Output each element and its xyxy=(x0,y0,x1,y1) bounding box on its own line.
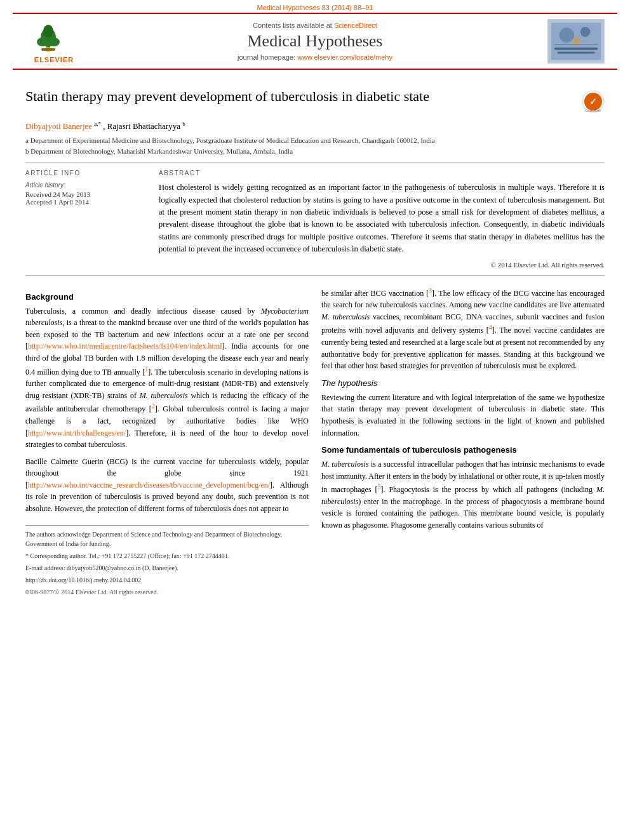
right-para-1: be similar after BCG vaccination [3]. Th… xyxy=(321,286,605,372)
hypothesis-text: Reviewing the current literature and wit… xyxy=(321,392,605,439)
page: Medical Hypotheses 83 (2014) 88–91 ELSEV… xyxy=(0,0,630,840)
article-title-section: Statin therapy may prevent development o… xyxy=(25,88,605,113)
footer-note-3: E-mail address: dibyajyoti5200@yahoo.co.… xyxy=(25,563,309,573)
affiliations: a Department of Experimental Medicine an… xyxy=(25,135,605,156)
crossmark-badge: ✓ CrossMark xyxy=(582,90,605,113)
ref-3: 3 xyxy=(429,287,432,294)
organism-name-2: M. tuberculosis xyxy=(140,391,188,400)
accepted-date: Accepted 1 April 2014 xyxy=(25,198,146,206)
elsevier-logo: ELSEVIER xyxy=(25,20,83,63)
doi-link[interactable]: http://dx.doi.org/10.1016/j.mehy.2014.04… xyxy=(25,577,141,583)
authors-line: Dibyajyoti Banerjee a,* , Rajasri Bhatta… xyxy=(25,121,605,131)
footer-note-2: * Corresponding author. Tel.: +91 172 27… xyxy=(25,551,309,561)
organism-name-4: M. tuberculosis xyxy=(321,460,369,469)
footer-doi: http://dx.doi.org/10.1016/j.mehy.2014.04… xyxy=(25,575,309,585)
affiliation-a: a Department of Experimental Medicine an… xyxy=(25,135,605,146)
svg-point-4 xyxy=(43,25,53,37)
article-info-heading: ARTICLE INFO xyxy=(25,170,146,177)
homepage-text: journal homepage: xyxy=(238,53,297,61)
bcg-link[interactable]: http://www.who.int/vaccine_research/dise… xyxy=(28,481,270,490)
journal-header: ELSEVIER Contents lists available at Sci… xyxy=(13,13,617,70)
left-column: Background Tuberculosis, a common and de… xyxy=(25,286,309,597)
who-link-1[interactable]: http://www.who.int/mediacentre/factsheet… xyxy=(28,342,222,350)
author2-sup: b xyxy=(182,121,185,127)
article-title: Statin therapy may prevent development o… xyxy=(25,88,575,106)
svg-text:CrossMark: CrossMark xyxy=(586,109,601,112)
affiliation-b: b Department of Biotechnology, Maharishi… xyxy=(25,146,605,157)
svg-text:✓: ✓ xyxy=(589,97,597,107)
ref-1: 1 xyxy=(145,366,148,373)
divider-1 xyxy=(25,163,605,163)
who-link-2[interactable]: http://www.int/tb/challenges/en/ xyxy=(28,429,126,437)
author1-sup: a,* xyxy=(94,121,101,127)
homepage-link[interactable]: www.elsevier.com/locate/mehy xyxy=(297,53,392,61)
abstract-heading: ABSTRACT xyxy=(159,170,605,177)
organism-name: Mycobacterium tuberculosis xyxy=(25,307,309,328)
journal-title: Medical Hypotheses xyxy=(89,32,541,51)
author2-name: , Rajasri Bhattacharyya xyxy=(103,121,180,131)
author1-name: Dibyajyoti Banerjee xyxy=(25,121,92,131)
abstract-panel: ABSTRACT Host cholesterol is widely gett… xyxy=(159,170,605,268)
svg-rect-10 xyxy=(554,48,598,50)
sciencedirect-link[interactable]: ScienceDirect xyxy=(334,22,377,29)
fundamentals-text: M. tuberculosis is a successful intracel… xyxy=(321,458,605,531)
background-para2: Bacille Calmette Guerin (BCG) is the cur… xyxy=(25,456,309,515)
organism-name-3: M. tuberculosis xyxy=(321,312,370,321)
journal-cover-image xyxy=(548,19,604,63)
article-info-panel: ARTICLE INFO Article history: Received 2… xyxy=(25,170,146,268)
header-center: Contents lists available at ScienceDirec… xyxy=(89,22,541,61)
svg-rect-5 xyxy=(41,48,55,51)
copyright: © 2014 Elsevier Ltd. All rights reserved… xyxy=(159,261,605,269)
fundamentals-heading: Some fundamentals of tuberculosis pathog… xyxy=(321,445,605,455)
hypothesis-heading: The hypothesis xyxy=(321,378,605,388)
elsevier-tree-icon xyxy=(35,20,73,55)
svg-point-8 xyxy=(560,27,574,42)
svg-rect-11 xyxy=(558,52,595,54)
svg-point-9 xyxy=(580,27,591,37)
ref-4: 4 xyxy=(489,324,492,331)
header-image xyxy=(547,19,605,63)
background-heading: Background xyxy=(25,292,309,302)
background-para1: Tuberculosis, a common and deadly infect… xyxy=(25,305,309,451)
footer-issn: 0306-9877/© 2014 Elsevier Ltd. All right… xyxy=(25,587,309,597)
main-content: Statin therapy may prevent development o… xyxy=(0,70,630,610)
footer-note-1: The authors acknowledge Department of Sc… xyxy=(25,530,309,549)
divider-2 xyxy=(25,275,605,276)
journal-top-bar: Medical Hypotheses 83 (2014) 88–91 xyxy=(0,0,630,13)
footer-section: The authors acknowledge Department of Sc… xyxy=(25,525,309,597)
received-date: Received 24 May 2013 xyxy=(25,190,146,198)
abstract-text: Host cholesterol is widely getting recog… xyxy=(159,182,605,255)
journal-ref: Medical Hypotheses 83 (2014) 88–91 xyxy=(257,4,373,11)
right-column: be similar after BCG vaccination [3]. Th… xyxy=(321,286,605,597)
ref-5: 5 xyxy=(377,483,380,490)
author1-link[interactable]: Dibyajyoti Banerjee xyxy=(25,121,94,131)
svg-point-3 xyxy=(48,37,60,46)
svg-point-12 xyxy=(572,37,580,45)
ref-2: 2 xyxy=(152,403,155,410)
elsevier-brand: ELSEVIER xyxy=(34,56,74,63)
history-label: Article history: xyxy=(25,182,146,189)
sciencedirect-line: Contents lists available at ScienceDirec… xyxy=(89,22,541,29)
svg-point-2 xyxy=(37,37,48,46)
journal-homepage: journal homepage: www.elsevier.com/locat… xyxy=(89,53,541,61)
contents-text: Contents lists available at xyxy=(253,22,334,29)
body-columns: Background Tuberculosis, a common and de… xyxy=(25,286,605,597)
article-info-abstract: ARTICLE INFO Article history: Received 2… xyxy=(25,170,605,268)
organism-name-5: M. tuberculosis xyxy=(321,485,605,506)
